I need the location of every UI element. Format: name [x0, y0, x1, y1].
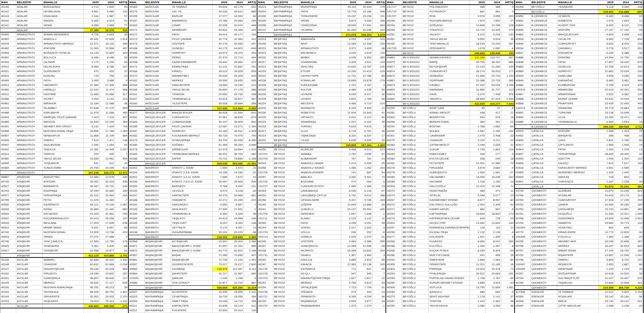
cell-2024[interactable]: 31.737 [486, 88, 501, 92]
cell-2024[interactable]: 1.787 [486, 276, 501, 280]
cell-2024[interactable]: 2.789 [486, 129, 501, 133]
cell-mah-code[interactable]: 40296 [386, 230, 402, 234]
cell-2025[interactable]: 31.131 [213, 65, 228, 69]
cell-belediye[interactable]: BEŞİKTAŞ [273, 65, 300, 69]
cell-mahalle[interactable]: PİRİPAŞA [429, 267, 470, 271]
cell-belediye[interactable]: ÇEKMEKÖY [531, 281, 558, 285]
cell-2025[interactable]: 12.184 [84, 102, 100, 106]
cell-artis[interactable]: -103 [372, 37, 385, 41]
cell-belediye[interactable]: BAŞAKŞEHİR [145, 276, 172, 280]
cell-2025[interactable]: 12.301 [470, 161, 486, 166]
cell-mah-code[interactable]: 191717 [386, 5, 402, 9]
cell-2024[interactable]: 19.200 [486, 42, 501, 46]
cell-belediye[interactable]: BEYOĞLU [402, 193, 429, 198]
cell-mah-code[interactable] [0, 171, 16, 174]
cell-2025[interactable]: 32.888 [84, 258, 100, 262]
cell-belediye[interactable]: ARNAVUTKÖY [16, 37, 43, 41]
cell-2025[interactable]: 3.044 [341, 51, 357, 55]
cell-belediye[interactable]: ARNAVUTKÖY [16, 60, 43, 64]
cell-artis[interactable]: 568 [115, 88, 128, 92]
cell-mah-code[interactable]: 40303 [386, 267, 402, 271]
cell-mah-code[interactable]: 40274 [386, 216, 402, 221]
cell-artis[interactable]: 313 [115, 97, 128, 101]
cell-2024[interactable]: 280.528 [614, 125, 630, 128]
cell-2024[interactable]: 1.238 [614, 180, 630, 184]
cell-belediye[interactable]: ESENLER [531, 299, 558, 303]
cell-belediye[interactable]: AVCILAR [16, 262, 43, 267]
cell-2024[interactable]: 29.774 [614, 221, 630, 225]
cell-artis[interactable]: -401 [630, 299, 643, 303]
cell-mahalle[interactable]: BARBAROS [43, 184, 84, 189]
cell-2024[interactable]: 12.829 [100, 51, 115, 55]
cell-mah-code[interactable]: 40206 [257, 14, 273, 18]
cell-2024[interactable]: 27.179 [100, 106, 115, 110]
cell-mah-code[interactable]: 40213 [257, 5, 273, 9]
cell-artis[interactable]: -129 [372, 69, 385, 74]
cell-mahalle[interactable]: GÜVERCİNTEPE [171, 262, 212, 267]
cell-artis[interactable]: -535 [115, 281, 128, 285]
cell-mah-code[interactable]: 40293 [386, 147, 402, 152]
cell-mah-code[interactable]: 40214 [257, 134, 273, 138]
cell-2024[interactable]: 30.609 [228, 120, 244, 124]
cell-mah-code[interactable]: 40170 [129, 74, 145, 78]
cell-mahalle[interactable]: ŞEHİT MUHTAR [429, 295, 470, 299]
cell-2025[interactable]: 369 [470, 120, 486, 124]
cell-2025[interactable]: 3.886 [470, 281, 486, 285]
cell-2024[interactable]: 3.326 [486, 304, 501, 308]
cell-mah-code[interactable]: 40179 [129, 138, 145, 143]
cell-mahalle[interactable]: ZAFER [171, 157, 212, 161]
cell-2025[interactable]: 15.303 [470, 267, 486, 271]
cell-belediye[interactable]: BAĞCILAR [145, 69, 172, 74]
cell-mahalle[interactable]: BAHÇELİEVLER [171, 111, 212, 115]
cell-belediye[interactable]: ATAŞEHİR [16, 235, 43, 239]
cell-2025[interactable]: 4.728 [84, 33, 100, 37]
cell-belediye[interactable]: B.ÇEKMECE [531, 79, 558, 83]
cell-2024[interactable]: 1.082 [486, 46, 501, 51]
cell-belediye[interactable]: ATAŞEHİR [16, 193, 43, 198]
cell-artis[interactable]: 21 [501, 111, 514, 115]
cell-artis[interactable]: 35 [115, 33, 128, 37]
cell-2025[interactable]: 58.863 [470, 97, 486, 101]
cell-belediye[interactable]: BEYOĞLU [402, 290, 429, 294]
cell-2024[interactable]: 2.025 [486, 143, 501, 147]
cell-2024[interactable]: 3.181 [357, 175, 372, 179]
cell-mahalle[interactable]: ORTAKÖY [300, 115, 341, 120]
cell-belediye[interactable]: BEYKOZ [273, 290, 300, 294]
cell-artis[interactable]: -23 [501, 134, 514, 138]
cell-artis[interactable]: 499 [630, 79, 643, 83]
cell-2025[interactable]: 10.958 [84, 249, 100, 253]
cell-artis[interactable]: 79 [372, 175, 385, 179]
cell-2025[interactable]: 12.042 [84, 88, 100, 92]
cell-belediye[interactable]: BEYOĞLU [402, 235, 429, 239]
column-header-2025[interactable]: 2025 [599, 0, 615, 4]
cell-belediye[interactable]: ÇEKMEKÖY [531, 272, 558, 276]
cell-belediye[interactable]: B.ÇEKMECE [531, 23, 558, 28]
cell-2025[interactable]: 398 [599, 134, 615, 138]
cell-mah-code[interactable]: 40283 [386, 143, 402, 147]
cell-mahalle[interactable]: İSHAKLI [300, 253, 341, 257]
cell-mahalle[interactable]: NİSBETİYE [300, 111, 341, 115]
cell-mah-code[interactable]: 40207 [129, 290, 145, 294]
cell-2025[interactable]: 18.855 [84, 129, 100, 133]
cell-belediye[interactable]: BAŞAKŞEHİR [145, 253, 172, 257]
cell-artis[interactable]: -697 [630, 10, 643, 13]
cell-mah-code[interactable]: 40751 [515, 212, 531, 216]
cell-2025[interactable]: 10.779 [599, 230, 615, 234]
cell-mah-code[interactable]: 40180 [129, 143, 145, 147]
cell-mah-code[interactable]: 40527 [0, 184, 16, 189]
cell-2025[interactable]: 8.877 [470, 198, 486, 202]
cell-2025[interactable]: 14.642 [341, 65, 357, 69]
cell-2024[interactable]: 4.605 [357, 138, 372, 143]
cell-belediye[interactable]: BAĞCILAR [145, 79, 172, 83]
cell-2025[interactable]: 1.078 [470, 46, 486, 51]
cell-mahalle[interactable]: ATATÜRK [43, 46, 84, 51]
cell-mahalle[interactable]: HÜRRİYET [557, 69, 598, 74]
cell-mahalle[interactable]: MERKEZ [43, 281, 84, 285]
cell-mah-code[interactable]: 40912 [0, 92, 16, 97]
cell-2024[interactable]: 17.235 [614, 198, 630, 202]
column-header-2024[interactable]: 2024 [357, 0, 372, 4]
cell-2024[interactable]: 36.763 [228, 152, 244, 156]
cell-2025[interactable]: 8.632 [599, 42, 615, 46]
cell-mah-code[interactable]: 191719 [386, 10, 402, 14]
cell-mah-code[interactable]: 40304 [386, 184, 402, 189]
